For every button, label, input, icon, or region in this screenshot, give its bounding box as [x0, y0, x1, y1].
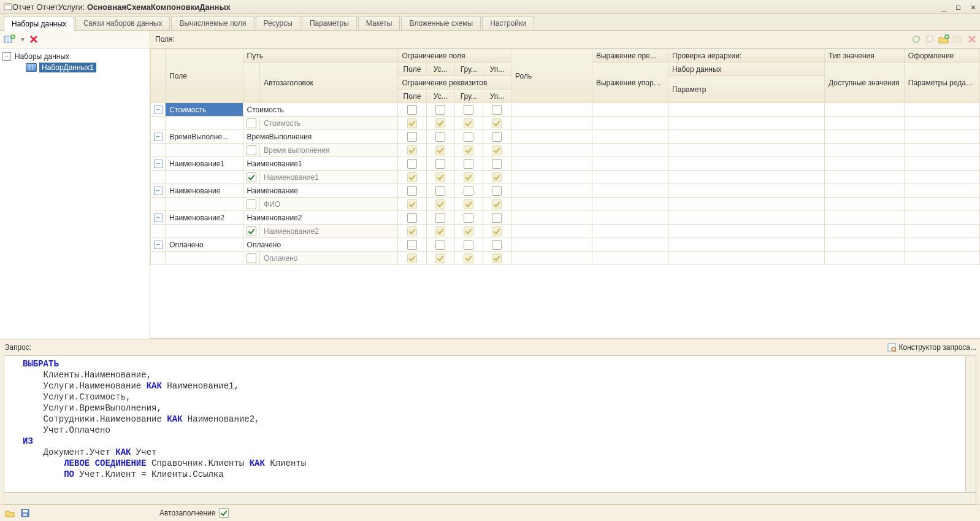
fields-label: Поля: [155, 35, 175, 44]
svg-point-10 [913, 36, 919, 42]
scrollbar-vertical[interactable] [965, 356, 976, 492]
collapse-icon[interactable]: − [154, 133, 163, 141]
datasets-side-panel: ▾ − Наборы данных НаборДанных1 [0, 31, 150, 339]
field-row[interactable]: − Наименование Наименование [151, 184, 980, 198]
svg-rect-12 [928, 36, 933, 41]
app-icon [4, 2, 12, 11]
close-button[interactable]: ✕ [968, 2, 979, 12]
svg-rect-24 [23, 514, 27, 516]
fields-grid[interactable]: Поле Путь Ограничение поля Роль Выражени… [150, 48, 980, 339]
tab-наборы-данных[interactable]: Наборы данных [4, 17, 74, 31]
scrollbar-horizontal[interactable] [4, 493, 976, 504]
query-editor[interactable]: ВЫБРАТЬ Клиенты.Наименование, Услуги.Наи… [4, 355, 976, 493]
field-row[interactable]: − Стоимость Стоимость [151, 103, 980, 117]
tree-item-selected[interactable]: НаборДанных1 [2, 62, 147, 73]
field-row[interactable]: − ВремяВыполне... ВремяВыполнения [151, 130, 980, 144]
save-icon[interactable] [21, 509, 29, 517]
window-title: Отчет ОтчетУслуги: ОсновнаяСхемаКомпонов… [12, 2, 938, 12]
query-label: Запрос: [5, 343, 31, 352]
field-row[interactable]: − Оплачено Оплачено [151, 238, 980, 252]
copy-icon[interactable] [925, 34, 935, 44]
tab-связи-наборов-данных[interactable]: Связи наборов данных [75, 16, 170, 30]
field-subrow[interactable]: Время выполнения [151, 144, 980, 157]
tree-root[interactable]: − Наборы данных [2, 51, 147, 62]
collapse-icon[interactable]: − [2, 52, 11, 61]
delete-field-icon[interactable] [968, 35, 976, 44]
bottom-bar: Автозаполнение [0, 504, 980, 521]
query-constructor-button[interactable]: Конструктор запроса... [887, 342, 976, 352]
maximize-button[interactable]: ◻ [953, 2, 964, 12]
field-subrow[interactable]: Стоимость [151, 117, 980, 130]
minimize-button[interactable]: _ [938, 2, 949, 12]
tab-макеты[interactable]: Макеты [358, 16, 400, 30]
field-subrow[interactable]: Наименование1 [151, 171, 980, 184]
tab-вычисляемые-поля[interactable]: Вычисляемые поля [171, 16, 254, 30]
field-subrow[interactable]: ФИО [151, 198, 980, 211]
collapse-icon[interactable]: − [154, 241, 163, 249]
tab-параметры[interactable]: Параметры [302, 16, 357, 30]
tab-настройки[interactable]: Настройки [482, 16, 534, 30]
tab-вложенные-схемы[interactable]: Вложенные схемы [401, 16, 481, 30]
tab-ресурсы[interactable]: Ресурсы [256, 16, 301, 30]
add-dataset-icon[interactable] [4, 34, 16, 44]
field-row[interactable]: − Наименование2 Наименование2 [151, 211, 980, 225]
field-subrow[interactable]: Оплачено [151, 252, 980, 265]
dataset-icon [26, 63, 37, 72]
svg-line-21 [895, 350, 896, 352]
svg-rect-1 [4, 4, 12, 6]
collapse-icon[interactable]: − [154, 160, 163, 168]
delete-dataset-icon[interactable] [29, 35, 38, 44]
add-folder-icon[interactable] [938, 34, 949, 44]
field-row[interactable]: − Наименование1 Наименование1 [151, 157, 980, 171]
main-tabs: Наборы данныхСвязи наборов данныхВычисля… [0, 14, 980, 31]
folder-icon[interactable] [5, 509, 15, 517]
titlebar: Отчет ОтчетУслуги: ОсновнаяСхемаКомпонов… [0, 0, 980, 14]
datasets-tree[interactable]: − Наборы данных НаборДанных1 [0, 48, 150, 339]
svg-rect-23 [23, 510, 28, 512]
collapse-icon[interactable]: − [154, 214, 163, 222]
collapse-icon[interactable]: − [154, 106, 163, 114]
autofill-checkbox[interactable]: Автозаполнение [159, 508, 229, 518]
refresh-icon[interactable] [911, 34, 921, 44]
svg-rect-16 [954, 36, 961, 42]
collapse-icon[interactable]: − [154, 187, 163, 195]
field-subrow[interactable]: Наименование2 [151, 225, 980, 238]
add-table-icon[interactable] [953, 34, 964, 44]
